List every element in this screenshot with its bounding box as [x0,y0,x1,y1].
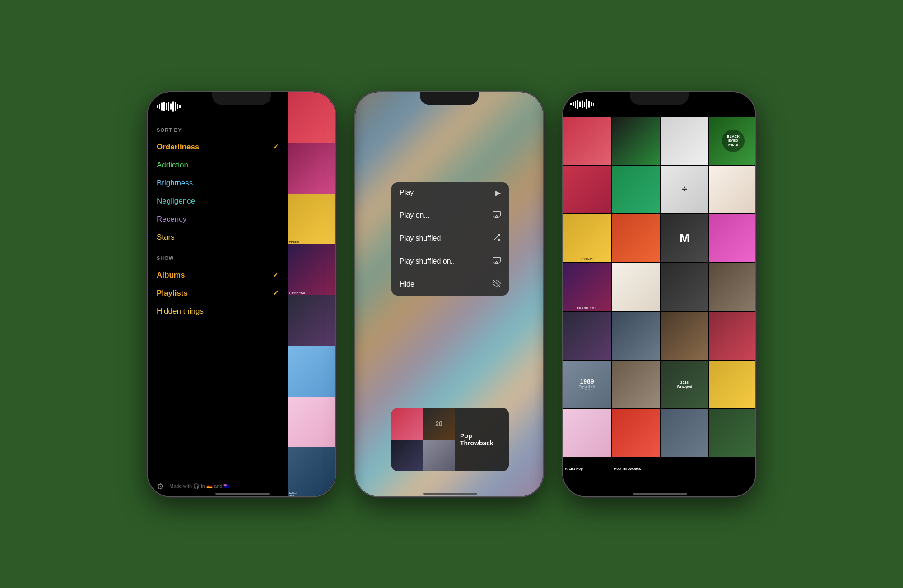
sort-orderliness-check: ✓ [273,143,279,151]
playlist-art-grid: 20 [391,408,455,471]
album-cell-prism[interactable]: PRISM [563,214,611,262]
album-cell-1989[interactable]: 1989 Taylor Swift D·L·X [563,361,611,408]
show-playlists-label: Playlists [157,289,188,298]
phone1-screen: SORT BY Orderliness ✓ Addiction Brightne… [148,92,336,497]
album-thumb-2 [288,143,336,194]
album-cell-bep[interactable] [612,117,660,165]
airplay-icon [493,210,501,220]
phone2-screen: Play ▶ Play on... Play shuffled [355,92,544,497]
album-cell-lover[interactable] [563,409,611,457]
phone-3: BLACKEYEDPEAS ÷ [562,91,756,497]
context-play-on[interactable]: Play on... [391,204,509,227]
show-playlists[interactable]: Playlists ✓ [157,284,279,302]
playlist-info: Pop Throwback [455,408,509,471]
album-thumb-5 [288,295,336,346]
album-cell-misc2[interactable] [612,409,660,457]
gear-icon[interactable]: ⚙ [157,482,164,491]
album-cell-selena-rare[interactable] [709,166,756,213]
album-cell-maroon-m[interactable]: M [661,214,708,262]
context-menu: Play ▶ Play on... Play shuffled [391,182,509,296]
sort-orderliness-label: Orderliness [157,143,200,152]
playlist-art-3 [391,440,423,471]
playlist-art-1 [391,408,423,440]
show-albums[interactable]: Albums ✓ [157,266,279,284]
playlist-name: Pop Throwback [460,432,503,447]
album-cell-rare[interactable] [612,263,660,311]
album-cell-misc1[interactable] [709,361,756,408]
album-grid: BLACKEYEDPEAS ÷ [563,117,756,457]
scroll-bar-thumb [755,119,756,219]
sort-orderliness[interactable]: Orderliness ✓ [157,138,279,156]
album-cell-weeknd[interactable] [661,117,708,165]
notch-1 [212,92,271,105]
sort-recency[interactable]: Recency [157,210,279,228]
playlist-art-2: 20 [423,408,455,440]
home-indicator-2 [423,493,477,495]
airplay-shuffle-icon [493,256,501,266]
svg-marker-3 [495,261,498,264]
album-cell-taylor-dlx[interactable] [612,361,660,408]
shuffle-icon [493,233,501,243]
show-albums-check: ✓ [273,271,279,279]
album-cell-shawn1[interactable] [612,312,660,360]
album-cell-shawn2[interactable] [661,312,708,360]
album-cell-coldplay[interactable] [612,166,660,213]
notch-3 [630,92,689,105]
waveform-logo-3 [570,99,594,109]
context-play-shuffled-label: Play shuffled [400,234,441,242]
home-indicator-3 [633,493,687,495]
sort-negligence-label: Negligence [157,197,195,206]
sort-addiction-label: Addiction [157,161,188,170]
sort-stars[interactable]: Stars [157,228,279,246]
context-hide[interactable]: Hide [391,273,509,296]
pop-throwback-label: Pop Throwback [612,462,661,473]
context-play-shuffled-on-label: Play shuffled on... [400,257,457,265]
home-indicator-1 [215,493,270,495]
context-hide-label: Hide [400,280,414,288]
sort-negligence[interactable]: Negligence [157,192,279,210]
album-cell-halsey[interactable] [709,312,756,360]
show-albums-label: Albums [157,271,185,280]
sort-brightness-label: Brightness [157,179,193,188]
context-play[interactable]: Play ▶ [391,182,509,204]
album-cell-thankyou[interactable]: THANK YOU [563,263,611,311]
sort-filter-panel: SORT BY Orderliness ✓ Addiction Brightne… [148,119,288,325]
sort-stars-label: Stars [157,233,175,242]
play-icon: ▶ [495,189,501,197]
context-play-label: Play [400,189,414,197]
album-cell-carly2[interactable] [563,166,611,213]
album-cell-maroon2[interactable] [709,214,756,262]
album-cell-2018wrapped[interactable]: 2018Wrapped [661,361,708,408]
hide-icon [493,279,501,289]
album-thumb-6 [288,346,336,397]
album-cell-tina[interactable] [563,312,611,360]
album-thumb-1 [288,92,336,143]
album-cell-selena2[interactable] [661,263,708,311]
album-cell-misc3[interactable] [661,409,708,457]
context-play-on-label: Play on... [400,211,430,219]
notch-2 [420,92,479,105]
context-play-shuffled[interactable]: Play shuffled [391,227,509,250]
playlist-art-4 [423,440,455,471]
sort-addiction[interactable]: Addiction [157,156,279,174]
playlist-preview[interactable]: 20 Pop Throwback [391,408,509,471]
bottom-bar: ⚙ Made with 🎧 in 🇩🇪 and 🇦🇺 [157,482,283,491]
sort-brightness[interactable]: Brightness [157,174,279,192]
scroll-bar [755,119,756,453]
album-cell-imagine1[interactable] [612,214,660,262]
album-thumb-7 [288,397,336,448]
context-play-shuffled-on[interactable]: Play shuffled on... [391,250,509,273]
album-cell-bep2[interactable]: BLACKEYEDPEAS [709,117,756,165]
show-playlists-check: ✓ [273,289,279,297]
phone-1: SORT BY Orderliness ✓ Addiction Brightne… [147,91,336,497]
show-hidden[interactable]: Hidden things [157,302,279,320]
album-strip: PRISM THANK YOU A-ListPop [288,92,336,497]
album-thumb-3: PRISM [288,194,336,245]
album-cell-selena3[interactable] [709,263,756,311]
sort-recency-label: Recency [157,215,186,224]
album-cell-ed[interactable]: ÷ [661,166,708,213]
phone-2: Play ▶ Play on... Play shuffled [354,91,544,497]
waveform-logo-1 [157,101,181,112]
album-cell-carly1[interactable] [563,117,611,165]
album-cell-misc4[interactable] [709,409,756,457]
